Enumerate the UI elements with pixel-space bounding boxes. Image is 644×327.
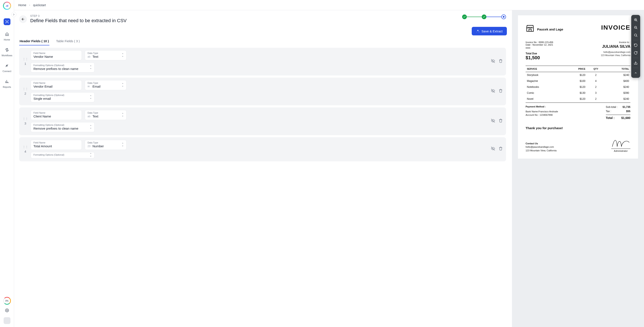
trash-icon <box>499 59 502 63</box>
chevron-up-down-icon: ⌃⌄ <box>122 113 124 116</box>
trash-icon <box>499 147 502 151</box>
delete-field-button[interactable] <box>499 147 502 152</box>
row-index: 4 <box>24 150 26 153</box>
formatting-select[interactable]: Formatting Options (Optional) Remove pre… <box>31 63 94 73</box>
field-card: ⋮⋮ 4 Field Name Total Amount Data Type 2… <box>19 137 506 161</box>
type-icon: ab <box>88 55 91 58</box>
zoom-out-button[interactable] <box>632 24 639 31</box>
total-due: $1,500 <box>526 55 553 61</box>
delete-field-button[interactable] <box>499 89 502 94</box>
data-type-select[interactable]: Data Type ✉ Email ⌃⌄ <box>85 80 126 90</box>
step-label: STEP 3 <box>30 15 126 18</box>
collapse-toolbar-button[interactable] <box>632 70 639 76</box>
settings-button[interactable] <box>5 308 9 313</box>
sidebar-item-home[interactable]: Home <box>4 31 10 41</box>
formatting-select[interactable]: Formatting Options (Optional) Remove pre… <box>31 122 94 132</box>
gear-icon <box>5 308 9 312</box>
step-2-done <box>482 15 486 19</box>
rotate-left-icon <box>634 43 638 47</box>
download-button[interactable] <box>632 60 639 66</box>
sidebar-item-label: Connect <box>2 70 11 73</box>
sidebar-item-connect[interactable]: Connect <box>2 62 11 73</box>
sidebar-item-current-workflow[interactable] <box>4 18 10 25</box>
breadcrumb-current[interactable]: quickstart <box>33 4 46 7</box>
svg-rect-0 <box>6 21 8 22</box>
chevron-up-down-icon: ⌃⌄ <box>90 96 92 99</box>
field-name-input[interactable]: Field Name Total Amount <box>31 140 82 150</box>
chevron-up-down-icon: ⌃⌄ <box>122 84 124 87</box>
svg-line-6 <box>636 21 637 21</box>
field-name-input[interactable]: Field Name Vendor Email <box>31 80 82 90</box>
sidebar-item-label: Workflows <box>2 54 12 57</box>
formatting-select[interactable]: Formatting Options (Optional) ⌃⌄ <box>31 152 94 158</box>
sparkle-icon <box>476 29 480 33</box>
field-tabs: Header Fields ( 10 ) Table Fields ( 3 ) <box>19 38 507 46</box>
drag-handle[interactable]: ⋮⋮ <box>22 87 28 90</box>
chevron-up-down-icon: ⌃⌄ <box>90 66 92 69</box>
table-row: Magazine $100 4 $400 <box>526 78 630 84</box>
page-title: Define Fields that need to be extracted … <box>30 18 126 24</box>
svg-point-3 <box>6 310 8 311</box>
data-type-select[interactable]: Data Type ab Text ⌃⌄ <box>85 50 126 60</box>
drag-handle[interactable]: ⋮⋮ <box>22 117 28 120</box>
row-index: 3 <box>24 122 26 125</box>
sidebar-item-label: Home <box>4 38 10 41</box>
hide-field-button[interactable] <box>491 89 495 94</box>
thank-you-text: Thank you for purchase! <box>526 126 630 130</box>
store-icon <box>526 24 534 35</box>
eye-off-icon <box>491 147 495 151</box>
tab-header-fields[interactable]: Header Fields ( 10 ) <box>19 38 50 45</box>
arrow-left-icon <box>21 17 25 21</box>
hide-field-button[interactable] <box>491 59 495 64</box>
usage-progress[interactable]: 0% <box>3 297 11 305</box>
invoice-line-items: SERVICE PRICE QTY TOTAL Storybook $120 2… <box>526 66 630 103</box>
drag-handle[interactable]: ⋮⋮ <box>22 57 28 61</box>
document-preview-pane[interactable]: Paucek and Lage INVOICE Invoice No : 000… <box>512 10 644 327</box>
zoom-in-button[interactable] <box>632 17 639 23</box>
back-button[interactable] <box>19 15 27 23</box>
chevron-up-down-icon: ⌃⌄ <box>90 126 92 129</box>
delete-field-button[interactable] <box>499 59 502 64</box>
delete-field-button[interactable] <box>499 119 502 124</box>
data-type-select[interactable]: Data Type 23 Number ⌃⌄ <box>85 140 126 150</box>
hide-field-button[interactable] <box>491 147 495 152</box>
check-icon <box>463 15 466 18</box>
drag-handle[interactable]: ⋮⋮ <box>22 145 28 148</box>
chevron-right-icon <box>12 13 15 16</box>
row-index: 1 <box>24 62 26 66</box>
breadcrumb-home[interactable]: Home <box>18 4 26 7</box>
field-card: ⋮⋮ 2 Field Name Vendor Email Data Type ✉… <box>19 78 506 105</box>
svg-rect-2 <box>6 50 8 51</box>
sidebar-item-workflows[interactable]: Workflows <box>2 47 12 57</box>
trash-icon <box>499 119 502 123</box>
field-name-input[interactable]: Field Name Client Name <box>31 110 82 120</box>
sidebar-item-reports[interactable]: Reports <box>3 78 11 88</box>
field-card: ⋮⋮ 3 Field Name Client Name Data Type ab… <box>19 107 506 135</box>
signature-icon <box>611 137 630 148</box>
formatting-select[interactable]: Formatting Options (Optional) Single ema… <box>31 92 94 102</box>
sidebar: .ai Home Workflows <box>0 0 14 327</box>
field-name-input[interactable]: Field Name Vendor Name <box>31 50 82 60</box>
tab-table-fields[interactable]: Table Fields ( 3 ) <box>56 38 80 45</box>
invoice-title: INVOICE <box>601 24 630 31</box>
row-index: 2 <box>24 92 26 95</box>
zoom-reset-button[interactable] <box>632 32 639 38</box>
chevron-up-down-icon: ⌃⌄ <box>90 153 92 156</box>
rotate-left-button[interactable] <box>632 42 639 48</box>
chevron-up-down-icon: ⌃⌄ <box>122 54 124 57</box>
client-name: JULIANA SILVA <box>601 44 630 49</box>
table-row: Novel $120 2 $240 <box>526 96 630 103</box>
type-icon: 23 <box>88 145 91 148</box>
data-type-select[interactable]: Data Type ab Text ⌃⌄ <box>85 110 126 120</box>
save-extract-button[interactable]: Save & Extract <box>472 27 507 35</box>
connect-icon <box>4 62 10 69</box>
step-1-done <box>462 15 467 19</box>
rotate-right-button[interactable] <box>632 50 639 56</box>
svg-point-12 <box>634 34 637 36</box>
zoom-icon <box>634 33 638 37</box>
fields-list[interactable]: ⋮⋮ 1 Field Name Vendor Name Data Type ab… <box>19 48 507 327</box>
user-avatar[interactable] <box>4 317 10 324</box>
sidebar-collapse-toggle[interactable] <box>11 12 16 17</box>
hide-field-button[interactable] <box>491 119 495 124</box>
chevron-up-icon <box>634 71 637 74</box>
